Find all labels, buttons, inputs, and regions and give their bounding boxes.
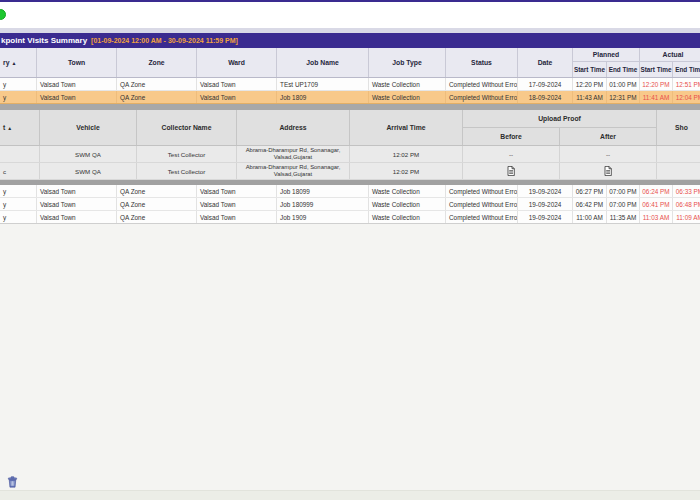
detail-header-before[interactable]: Before xyxy=(463,128,560,145)
cell-checkpoint xyxy=(0,146,40,162)
cell-job-name: Job 1909 xyxy=(277,211,369,223)
detail-header-collector-name[interactable]: Collector Name xyxy=(137,110,237,145)
page-title: kpoint Visits Summary xyxy=(1,36,87,45)
header-job-type[interactable]: Job Type xyxy=(369,48,446,77)
cell-status: Completed Without Error xyxy=(446,211,518,223)
cell-job-name: Job 1809 xyxy=(277,91,369,103)
header-actual: Actual xyxy=(640,48,700,62)
cell-proof-before: -- xyxy=(463,146,560,162)
header-actual-end-time[interactable]: End Time xyxy=(673,62,700,77)
table-row-job-3[interactable]: y Valsad Town QA Zone Valsad Town Job 18… xyxy=(0,185,700,198)
cell-job-name: TEst UP1709 xyxy=(277,78,369,90)
cell-actual-start: 11:41 AM xyxy=(640,91,673,103)
cell-ward: Valsad Town xyxy=(197,91,277,103)
cell-collector-name: Test Collector xyxy=(137,163,237,179)
detail-row-checkpoint-2[interactable]: c SWM QA Test Collector Abrama-Dharampur… xyxy=(0,163,700,180)
cell-address: Abrama-Dharampur Rd, Sonanagar, Valsad,G… xyxy=(237,146,350,162)
document-icon[interactable] xyxy=(604,166,612,176)
cell-date: 18-09-2024 xyxy=(518,91,573,103)
cell-planned-end: 07:00 PM xyxy=(607,198,640,210)
cell-job-name: Job 18099 xyxy=(277,185,369,197)
cell-planned-end: 01:00 PM xyxy=(607,78,640,90)
header-group-actual: Actual Start Time End Time xyxy=(640,48,700,77)
cell-zone: QA Zone xyxy=(117,211,197,223)
header-actual-start-time[interactable]: Start Time xyxy=(640,62,673,77)
cell-ward: Valsad Town xyxy=(197,198,277,210)
cell-planned-start: 12:20 PM xyxy=(573,78,607,90)
document-icon[interactable] xyxy=(507,166,515,176)
cell-planned-start: 06:27 PM xyxy=(573,185,607,197)
app-header-strip xyxy=(0,2,700,28)
footer-strip xyxy=(0,490,700,500)
cell-actual-end: 06:33 PM xyxy=(673,185,700,197)
cell-actual-start: 06:24 PM xyxy=(640,185,673,197)
cell-status: Completed Without Error xyxy=(446,185,518,197)
header-planned-start-time[interactable]: Start Time xyxy=(573,62,607,77)
detail-header-arrival-time[interactable]: Arrival Time xyxy=(350,110,463,145)
cell-col1: y xyxy=(0,198,37,210)
cell-col1: y xyxy=(0,91,37,103)
cell-zone: QA Zone xyxy=(117,91,197,103)
report-date-range: [01-09-2024 12:00 AM - 30-09-2024 11:59 … xyxy=(91,37,238,44)
sort-asc-icon: ▲ xyxy=(7,125,12,131)
cell-zone: QA Zone xyxy=(117,198,197,210)
cell-actual-end: 06:48 PM xyxy=(673,198,700,210)
trash-icon[interactable] xyxy=(7,476,18,488)
detail-header-address[interactable]: Address xyxy=(237,110,350,145)
cell-date: 19-09-2024 xyxy=(518,198,573,210)
header-status[interactable]: Status xyxy=(446,48,518,77)
header-col1-sortable[interactable]: ry ▲ xyxy=(0,48,37,77)
cell-vehicle: SWM QA xyxy=(40,163,137,179)
detail-header-after[interactable]: After xyxy=(560,128,657,145)
header-planned-end-time[interactable]: End Time xyxy=(607,62,640,77)
header-planned: Planned xyxy=(573,48,640,62)
cell-col1: y xyxy=(0,78,37,90)
cell-job-type: Waste Collection xyxy=(369,198,446,210)
header-group-planned: Planned Start Time End Time xyxy=(573,48,640,77)
cell-ward: Valsad Town xyxy=(197,78,277,90)
cell-checkpoint: c xyxy=(0,163,40,179)
cell-col1: y xyxy=(0,185,37,197)
detail-header-col1-sortable[interactable]: t ▲ xyxy=(0,110,40,145)
cell-ward: Valsad Town xyxy=(197,185,277,197)
green-dot-icon xyxy=(0,9,6,20)
cell-proof-after: -- xyxy=(560,146,657,162)
table-row-job-4[interactable]: y Valsad Town QA Zone Valsad Town Job 18… xyxy=(0,198,700,211)
cell-proof-before xyxy=(463,163,560,179)
cell-actual-end: 12:51 PM xyxy=(673,78,700,90)
empty-content-area xyxy=(0,224,700,490)
cell-town: Valsad Town xyxy=(37,198,117,210)
table-row-job-2-selected[interactable]: y Valsad Town QA Zone Valsad Town Job 18… xyxy=(0,91,700,104)
header-town[interactable]: Town xyxy=(37,48,117,77)
cell-actual-end: 11:09 AM xyxy=(673,211,700,223)
cell-actual-start: 11:03 AM xyxy=(640,211,673,223)
header-date[interactable]: Date xyxy=(518,48,573,77)
detail-header-show[interactable]: Sho xyxy=(657,110,700,145)
header-job-name[interactable]: Job Name xyxy=(277,48,369,77)
cell-town: Valsad Town xyxy=(37,91,117,103)
report-page: kpoint Visits Summary [01-09-2024 12:00 … xyxy=(0,0,700,500)
cell-job-type: Waste Collection xyxy=(369,78,446,90)
cell-planned-start: 06:42 PM xyxy=(573,198,607,210)
detail-row-checkpoint-1[interactable]: SWM QA Test Collector Abrama-Dharampur R… xyxy=(0,146,700,163)
cell-date: 17-09-2024 xyxy=(518,78,573,90)
cell-proof-after xyxy=(560,163,657,179)
cell-show xyxy=(657,146,700,162)
sort-asc-icon: ▲ xyxy=(11,60,16,66)
detail-header-vehicle[interactable]: Vehicle xyxy=(40,110,137,145)
cell-town: Valsad Town xyxy=(37,78,117,90)
table-row-job-5[interactable]: y Valsad Town QA Zone Valsad Town Job 19… xyxy=(0,211,700,224)
cell-status: Completed Without Error xyxy=(446,91,518,103)
cell-actual-end: 12:04 PM xyxy=(673,91,700,103)
cell-vehicle: SWM QA xyxy=(40,146,137,162)
cell-status: Completed Without Error xyxy=(446,198,518,210)
cell-zone: QA Zone xyxy=(117,78,197,90)
header-ward[interactable]: Ward xyxy=(197,48,277,77)
header-zone[interactable]: Zone xyxy=(117,48,197,77)
cell-job-type: Waste Collection xyxy=(369,91,446,103)
cell-planned-end: 12:31 PM xyxy=(607,91,640,103)
table-row-job-1[interactable]: y Valsad Town QA Zone Valsad Town TEst U… xyxy=(0,78,700,91)
cell-status: Completed Without Error xyxy=(446,78,518,90)
cell-date: 19-09-2024 xyxy=(518,185,573,197)
cell-job-type: Waste Collection xyxy=(369,211,446,223)
